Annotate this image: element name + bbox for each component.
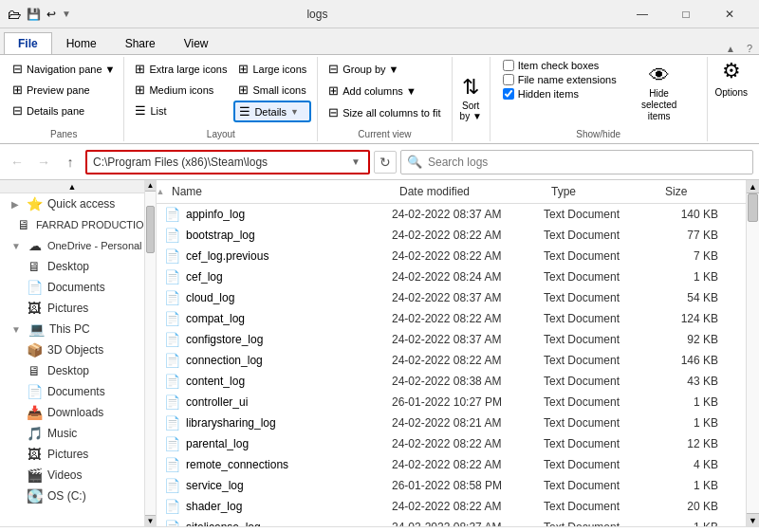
back-button[interactable]: ← bbox=[6, 151, 28, 174]
col-header-type[interactable]: Type bbox=[544, 182, 657, 201]
close-button[interactable]: ✕ bbox=[708, 0, 751, 28]
sidebar-item-documents-od[interactable]: 📄 Documents bbox=[0, 277, 144, 298]
tab-file[interactable]: File bbox=[4, 32, 52, 54]
file-size-cell: 1 KB bbox=[650, 394, 726, 411]
col-header-name[interactable]: Name bbox=[164, 182, 392, 201]
sidebar-item-farrad[interactable]: 🖥 FARRAD PRODUCTION bbox=[0, 214, 144, 235]
scroll-track bbox=[747, 193, 759, 513]
col-header-size[interactable]: Size bbox=[657, 182, 733, 201]
file-size-cell: 20 KB bbox=[650, 498, 726, 515]
file-name: remote_connections bbox=[186, 458, 288, 471]
table-row[interactable]: 📄 librarysharing_log 24-02-2022 08:21 AM… bbox=[157, 413, 746, 433]
refresh-button[interactable]: ↻ bbox=[374, 151, 397, 174]
col-date-label: Date modified bbox=[399, 185, 470, 198]
file-name-cell: 📄 appinfo_log bbox=[157, 205, 384, 224]
hidden-items-checkbox[interactable] bbox=[503, 88, 514, 100]
sidebar-item-onedrive[interactable]: ▼ ☁ OneDrive - Personal bbox=[0, 235, 144, 256]
table-row[interactable]: 📄 remote_connections 24-02-2022 08:22 AM… bbox=[157, 454, 746, 475]
maximize-button[interactable]: □ bbox=[664, 0, 708, 28]
table-row[interactable]: 📄 compat_log 24-02-2022 08:22 AM Text Do… bbox=[157, 308, 746, 329]
quick-access-expand-icon[interactable]: ▶ bbox=[11, 199, 19, 210]
preview-pane-button[interactable]: ⊞ Preview pane bbox=[8, 80, 120, 100]
table-row[interactable]: 📄 parental_log 24-02-2022 08:22 AM Text … bbox=[157, 433, 746, 454]
hidden-items-text: Hidden items bbox=[518, 88, 579, 100]
col-header-date[interactable]: Date modified bbox=[392, 182, 544, 201]
sidebar-scroll-up[interactable]: ▲ bbox=[0, 180, 144, 193]
details-button[interactable]: ☰ Details ▼ bbox=[233, 101, 311, 122]
address-dropdown-icon[interactable]: ▼ bbox=[349, 155, 362, 169]
hide-selected-items-button[interactable]: 👁 Hide selected items bbox=[622, 59, 696, 127]
tab-share[interactable]: Share bbox=[111, 32, 170, 54]
sidebar-item-quick-access[interactable]: ▶ ⭐ Quick access bbox=[0, 193, 144, 214]
file-date-cell: 24-02-2022 08:22 AM bbox=[384, 498, 536, 515]
sidebar-scroll-up-btn[interactable]: ▲ bbox=[145, 180, 156, 192]
ribbon-collapse-button[interactable]: ▲ bbox=[721, 44, 740, 55]
tab-view[interactable]: View bbox=[170, 32, 223, 54]
sidebar-item-3d-objects[interactable]: 📦 3D Objects bbox=[0, 339, 144, 360]
sidebar-scroll-down-btn[interactable]: ▼ bbox=[145, 515, 156, 526]
search-input[interactable] bbox=[428, 156, 747, 169]
onedrive-icon: ☁ bbox=[28, 238, 42, 253]
options-button[interactable]: ⚙ Options bbox=[708, 57, 755, 141]
scroll-down-button[interactable]: ▼ bbox=[747, 513, 759, 526]
this-pc-expand-icon[interactable]: ▼ bbox=[11, 324, 21, 335]
table-row[interactable]: 📄 controller_ui 26-01-2022 10:27 PM Text… bbox=[157, 392, 746, 413]
file-icon: 📄 bbox=[164, 332, 180, 347]
scroll-thumb[interactable] bbox=[748, 193, 758, 222]
file-date-cell: 24-02-2022 08:22 AM bbox=[384, 456, 536, 473]
sidebar-item-videos[interactable]: 🎬 Videos bbox=[0, 465, 144, 486]
list-button[interactable]: ☰ List bbox=[130, 101, 231, 120]
small-icons-button[interactable]: ⊞ Small icons bbox=[233, 80, 311, 100]
navigation-pane-button[interactable]: ⊟ Navigation pane ▼ bbox=[8, 59, 120, 79]
sidebar-item-this-pc[interactable]: ▼ 💻 This PC bbox=[0, 319, 144, 339]
table-row[interactable]: 📄 cloud_log 24-02-2022 08:37 AM Text Doc… bbox=[157, 287, 746, 308]
sidebar-item-downloads[interactable]: 📥 Downloads bbox=[0, 402, 144, 423]
search-box[interactable]: 🔍 bbox=[400, 150, 753, 174]
sort-by-button[interactable]: ⇅ Sort by ▼ bbox=[460, 59, 482, 138]
large-icons-button[interactable]: ⊞ Large icons bbox=[233, 59, 311, 79]
extra-large-icons-label: Extra large icons bbox=[149, 64, 227, 75]
item-check-boxes-text: Item check boxes bbox=[518, 60, 600, 71]
sidebar-item-os-c[interactable]: 💽 OS (C:) bbox=[0, 486, 144, 506]
help-button[interactable]: ? bbox=[740, 43, 759, 55]
table-row[interactable]: 📄 sitelicense_log 24-02-2022 08:37 AM Te… bbox=[157, 517, 746, 526]
size-all-columns-button[interactable]: ⊟ Size all columns to fit bbox=[324, 102, 445, 122]
sidebar-item-music[interactable]: 🎵 Music bbox=[0, 423, 144, 444]
table-row[interactable]: 📄 connection_log 24-02-2022 08:22 AM Tex… bbox=[157, 350, 746, 371]
sidebar-scrollbar: ▲ ▼ bbox=[144, 180, 156, 526]
downloads-label: Downloads bbox=[47, 406, 103, 419]
item-check-boxes-label[interactable]: Item check boxes bbox=[501, 59, 619, 72]
sidebar-item-pictures-pc[interactable]: 🖼 Pictures bbox=[0, 444, 144, 465]
file-name-extensions-checkbox[interactable] bbox=[503, 74, 514, 85]
sidebar-item-documents-pc[interactable]: 📄 Documents bbox=[0, 381, 144, 402]
details-pane-button[interactable]: ⊟ Details pane bbox=[8, 101, 120, 120]
ribbon-tabs: File Home Share View ▲ ? bbox=[0, 28, 759, 55]
tab-home[interactable]: Home bbox=[52, 32, 111, 54]
sidebar-item-desktop-od[interactable]: 🖥 Desktop bbox=[0, 256, 144, 277]
table-row[interactable]: 📄 appinfo_log 24-02-2022 08:37 AM Text D… bbox=[157, 204, 746, 225]
forward-button[interactable]: → bbox=[32, 151, 55, 174]
file-name-extensions-label[interactable]: File name extensions bbox=[501, 73, 619, 86]
table-row[interactable]: 📄 content_log 24-02-2022 08:38 AM Text D… bbox=[157, 371, 746, 392]
group-by-button[interactable]: ⊟ Group by ▼ bbox=[324, 59, 403, 79]
table-row[interactable]: 📄 service_log 26-01-2022 08:58 PM Text D… bbox=[157, 475, 746, 496]
medium-icons-button[interactable]: ⊞ Medium icons bbox=[130, 80, 231, 100]
table-row[interactable]: 📄 cef_log 24-02-2022 08:24 AM Text Docum… bbox=[157, 266, 746, 287]
sidebar-scroll-thumb[interactable] bbox=[146, 206, 155, 253]
address-box[interactable]: C:\Program Files (x86)\Steam\logs ▼ bbox=[85, 150, 370, 174]
table-row[interactable]: 📄 shader_log 24-02-2022 08:22 AM Text Do… bbox=[157, 496, 746, 517]
add-columns-button[interactable]: ⊞ Add columns ▼ bbox=[324, 81, 421, 101]
extra-large-icons-button[interactable]: ⊞ Extra large icons bbox=[130, 59, 231, 79]
table-row[interactable]: 📄 bootstrap_log 24-02-2022 08:22 AM Text… bbox=[157, 225, 746, 246]
up-button[interactable]: ↑ bbox=[59, 151, 82, 174]
minimize-button[interactable]: — bbox=[620, 0, 664, 28]
sidebar-item-pictures-od[interactable]: 🖼 Pictures bbox=[0, 298, 144, 319]
table-row[interactable]: 📄 cef_log.previous 24-02-2022 08:22 AM T… bbox=[157, 246, 746, 266]
onedrive-expand-icon[interactable]: ▼ bbox=[11, 241, 21, 251]
table-row[interactable]: 📄 configstore_log 24-02-2022 08:37 AM Te… bbox=[157, 329, 746, 350]
hidden-items-label[interactable]: Hidden items bbox=[501, 87, 619, 101]
file-name: compat_log bbox=[186, 312, 245, 325]
sidebar-item-desktop-pc[interactable]: 🖥 Desktop bbox=[0, 360, 144, 381]
scroll-up-button[interactable]: ▲ bbox=[747, 180, 759, 193]
item-check-boxes-checkbox[interactable] bbox=[503, 60, 514, 71]
